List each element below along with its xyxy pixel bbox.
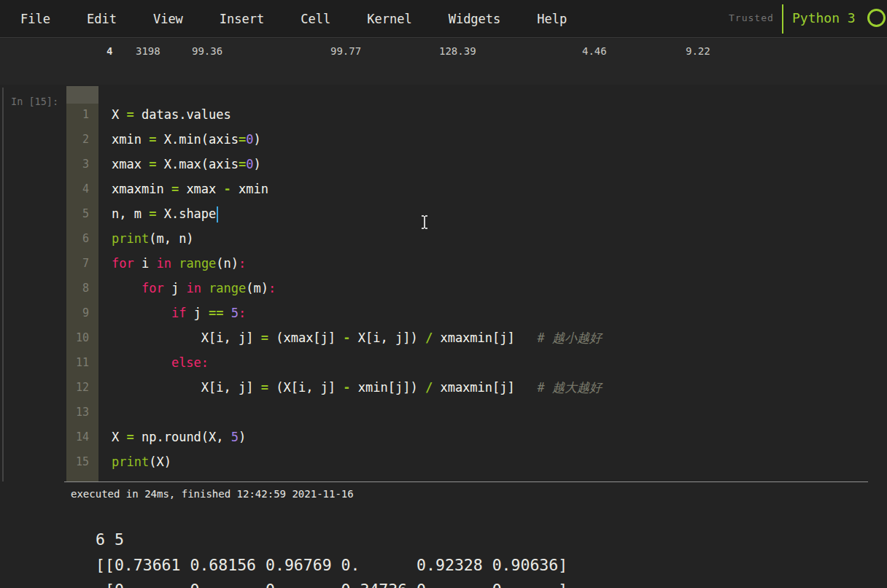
line-number: 11 [66, 350, 98, 375]
code-text: X = datas.values [98, 102, 231, 127]
menu-item-widgets[interactable]: Widgets [449, 12, 501, 26]
cell-output-area: 6 5[[0.73661 0.68156 0.96769 0. 0.92328 … [96, 527, 568, 588]
menu-bar: FileEditViewInsertCellKernelWidgetsHelp … [0, 0, 887, 38]
code-line[interactable]: 9 if j == 5: [66, 301, 869, 325]
dataframe-row-index: 4 [106, 45, 112, 57]
output-line: [0. 0. 0. 0.34736 0. 0. ] [96, 578, 568, 588]
line-number: 10 [66, 325, 98, 350]
code-line[interactable]: 11 else: [66, 350, 869, 375]
mouse-text-cursor-icon [421, 215, 428, 229]
notebook-window: FileEditViewInsertCellKernelWidgetsHelp … [0, 0, 887, 588]
line-number: 8 [66, 276, 98, 301]
code-line[interactable]: 3xmax = X.max(axis=0) [66, 152, 869, 177]
code-text: n, m = X.shape [98, 201, 218, 226]
code-text: if j == 5: [98, 301, 246, 325]
menu-item-cell[interactable]: Cell [301, 12, 330, 26]
code-text: for i in range(n): [98, 251, 246, 276]
text-caret [217, 206, 218, 223]
code-text: print(m, n) [98, 226, 194, 251]
code-editor[interactable]: 1X = datas.values2xmin = X.min(axis=0)3x… [66, 102, 869, 474]
menu-items: FileEditViewInsertCellKernelWidgetsHelp [20, 0, 567, 38]
code-line[interactable]: 6print(m, n) [66, 226, 869, 251]
code-line[interactable]: 12 X[i, j] = (X[i, j] - xmin[j]) / xmaxm… [66, 375, 869, 400]
dataframe-cell: 9.22 [686, 45, 710, 57]
gutter-top-block [66, 86, 98, 104]
cell-prompt: In [15]: [11, 96, 58, 107]
code-text: xmax = X.max(axis=0) [98, 152, 261, 177]
code-text: xmin = X.min(axis=0) [98, 127, 261, 152]
line-number: 15 [66, 449, 98, 474]
cell-output-divider [64, 481, 868, 482]
line-number: 14 [66, 425, 98, 449]
code-line[interactable]: 7for i in range(n): [66, 251, 869, 276]
line-number: 3 [66, 152, 98, 177]
menu-item-kernel[interactable]: Kernel [367, 12, 411, 26]
line-number: 9 [66, 301, 98, 325]
menu-item-insert[interactable]: Insert [220, 12, 264, 26]
code-line[interactable]: 4xmaxmin = xmax - xmin [66, 177, 869, 201]
code-line[interactable]: 1X = datas.values [66, 102, 869, 127]
line-number: 13 [66, 400, 98, 425]
code-line[interactable]: 14X = np.round(X, 5) [66, 425, 869, 449]
line-number: 2 [66, 127, 98, 152]
code-text: X = np.round(X, 5) [98, 425, 246, 449]
output-line: [[0.73661 0.68156 0.96769 0. 0.92328 0.9… [96, 553, 568, 579]
kernel-idle-circle-icon [867, 9, 886, 27]
line-number: 5 [66, 201, 98, 226]
code-text: for j in range(m): [98, 276, 276, 301]
dataframe-row-strip: 4 319899.3699.77128.394.469.22 [0, 39, 887, 85]
code-text: xmaxmin = xmax - xmin [98, 177, 268, 201]
output-line: 6 5 [96, 527, 568, 553]
code-line[interactable]: 8 for j in range(m): [66, 276, 869, 301]
line-number: 6 [66, 226, 98, 251]
dataframe-cell: 4.46 [582, 45, 607, 57]
trusted-badge[interactable]: Trusted [729, 12, 774, 23]
code-line[interactable]: 5n, m = X.shape [66, 201, 869, 226]
selected-cell-border [2, 88, 4, 481]
code-text: else: [98, 350, 209, 375]
menu-item-view[interactable]: View [153, 12, 183, 26]
code-text [98, 400, 112, 425]
dataframe-cell: 99.36 [192, 45, 222, 57]
dataframe-cell: 128.39 [439, 45, 476, 57]
menu-item-edit[interactable]: Edit [87, 12, 117, 26]
code-text: X[i, j] = (xmax[j] - X[i, j]) / xmaxmin[… [98, 325, 602, 350]
execution-status: executed in 24ms, finished 12:42:59 2021… [71, 488, 354, 500]
menu-item-help[interactable]: Help [537, 12, 567, 26]
menu-item-file[interactable]: File [20, 12, 50, 26]
line-number: 12 [66, 375, 98, 400]
dataframe-cell: 3198 [136, 45, 160, 57]
code-line[interactable]: 2xmin = X.min(axis=0) [66, 127, 869, 152]
code-line[interactable]: 10 X[i, j] = (xmax[j] - X[i, j]) / xmaxm… [66, 325, 869, 350]
dataframe-cell: 99.77 [330, 45, 361, 57]
line-number: 4 [66, 177, 98, 201]
kernel-separator [782, 4, 783, 34]
line-number: 1 [66, 102, 98, 127]
kernel-name: Python 3 [792, 10, 856, 26]
code-text: X[i, j] = (X[i, j] - xmin[j]) / xmaxmin[… [98, 375, 602, 400]
line-number: 7 [66, 251, 98, 276]
code-text: print(X) [98, 449, 171, 474]
code-line[interactable]: 15print(X) [66, 449, 869, 474]
code-line[interactable]: 13 [66, 400, 869, 425]
